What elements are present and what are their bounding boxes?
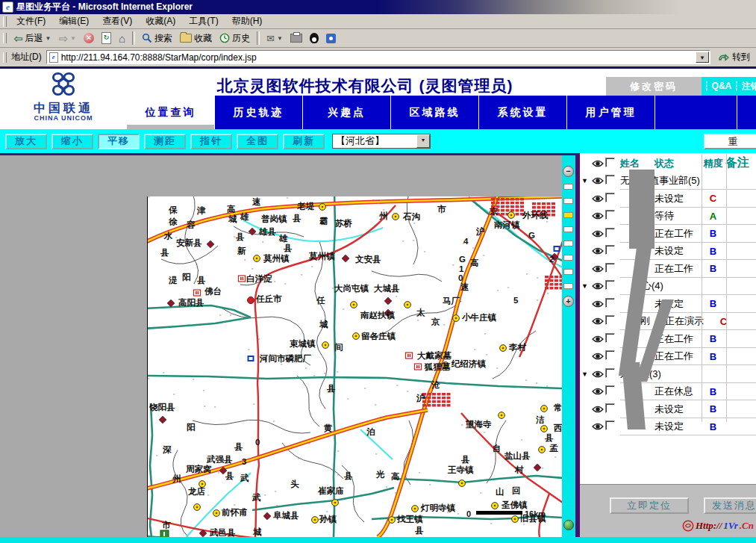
menu-item[interactable]: 编辑(E) [52, 15, 96, 28]
urban-area [428, 400, 431, 403]
map-tool-缩小[interactable]: 缩小 [51, 134, 93, 149]
row-checkbox[interactable] [605, 263, 615, 273]
visibility-eye-icon[interactable] [590, 160, 605, 167]
group-collapse-triangle[interactable]: ▼ [580, 370, 590, 378]
locate-now-button[interactable]: 立即定位 [610, 497, 689, 514]
visibility-eye-icon[interactable] [590, 353, 605, 360]
forward-dropdown-caret[interactable]: ▼ [70, 35, 76, 42]
zoom-level-square[interactable] [563, 184, 573, 190]
address-input[interactable]: e http://211.94.164.70:8888/StarMap/corp… [46, 50, 710, 64]
row-checkbox[interactable] [605, 298, 615, 308]
qq-button[interactable] [306, 32, 322, 44]
mail-button[interactable]: ✉▼ [263, 33, 287, 44]
back-button[interactable]: ⇦ 后退 ▼ [10, 31, 55, 46]
zoom-in-button[interactable]: + [563, 296, 574, 307]
map-tool-放大[interactable]: 放大 [5, 134, 47, 149]
zoom-level-square[interactable] [563, 269, 573, 275]
visibility-eye-icon[interactable] [590, 212, 605, 220]
tab-系统设置[interactable]: 系统设置 [479, 96, 567, 129]
visibility-eye-icon[interactable] [590, 423, 605, 430]
back-dropdown-caret[interactable]: ▼ [46, 35, 51, 42]
tab-用户管理[interactable]: 用户管理 [567, 96, 655, 129]
map-tool-测距[interactable]: 测距 [144, 134, 186, 149]
map-tool-刷新[interactable]: 刷新 [283, 134, 325, 149]
visibility-eye-icon[interactable] [590, 265, 605, 273]
zoom-level-square[interactable] [563, 198, 573, 204]
visibility-eye-icon[interactable] [590, 406, 605, 413]
menu-item[interactable]: 查看(V) [96, 15, 139, 28]
urban-area [432, 400, 436, 403]
visibility-eye-icon[interactable] [590, 177, 605, 184]
mail-dropdown-caret[interactable]: ▼ [277, 35, 283, 42]
search-button[interactable]: 搜索 [138, 31, 176, 46]
map-viewport[interactable]: 保徐水县容津高城雄速普岗镇县老堤霸苏桥州石沟市京外环线南河镇雄县安新县县新雄县莫… [0, 153, 562, 537]
row-checkbox[interactable] [605, 210, 615, 220]
zoom-level-square[interactable] [563, 212, 573, 218]
visibility-eye-icon[interactable] [590, 230, 605, 238]
row-checkbox[interactable] [605, 368, 615, 378]
stop-button[interactable]: ✕ [80, 32, 98, 44]
visibility-eye-icon[interactable] [590, 195, 605, 202]
visibility-eye-icon[interactable] [590, 247, 605, 255]
group-collapse-triangle[interactable]: ▼ [580, 282, 590, 290]
forward-button[interactable]: ⇨ ▼ [55, 32, 81, 45]
toolbar-grip[interactable] [3, 16, 7, 27]
globe-icon[interactable] [563, 520, 574, 530]
change-password-button[interactable]: 修改密码 [606, 77, 702, 96]
group-collapse-triangle[interactable]: ▼ [580, 177, 590, 184]
visibility-eye-icon[interactable] [590, 388, 605, 395]
zoom-level-square[interactable] [563, 241, 573, 246]
qa-logout-links[interactable]: ┆ Q&A ┆ 注销 [702, 77, 756, 96]
partial-right-button[interactable]: 重 [704, 134, 756, 149]
visibility-eye-icon[interactable] [590, 317, 605, 325]
visibility-eye-icon[interactable] [590, 300, 605, 308]
user-status: 等待 [655, 209, 701, 223]
row-checkbox[interactable] [605, 421, 615, 430]
menu-item[interactable]: 文件(F) [10, 15, 52, 28]
user-status: 未设定 [655, 192, 701, 205]
tab-区域路线[interactable]: 区域路线 [391, 96, 479, 129]
row-checkbox[interactable] [605, 175, 615, 184]
tab-兴趣点[interactable]: 兴趣点 [303, 96, 391, 129]
county-boundary [407, 196, 418, 264]
map-tool-平移[interactable]: 平移 [98, 134, 140, 149]
messenger-button[interactable] [322, 33, 340, 44]
row-checkbox[interactable] [605, 315, 615, 325]
home-button[interactable]: ⌂ [115, 32, 129, 45]
address-dropdown-button[interactable]: ▼ [696, 52, 709, 63]
map-tool-指针[interactable]: 指针 [190, 134, 232, 149]
row-checkbox[interactable] [605, 280, 615, 290]
zoom-out-button[interactable]: − [563, 166, 574, 177]
zoom-level-square[interactable] [563, 255, 573, 261]
row-checkbox[interactable] [605, 333, 615, 343]
zoom-level-square[interactable] [563, 226, 573, 232]
print-button[interactable] [287, 33, 306, 43]
toolbar-grip[interactable] [3, 52, 7, 63]
row-checkbox[interactable] [605, 403, 615, 413]
history-button[interactable]: 历史 [216, 31, 254, 46]
row-checkbox[interactable] [605, 245, 615, 255]
row-checkbox[interactable] [605, 350, 615, 360]
map-tool-全图[interactable]: 全图 [237, 134, 278, 149]
menu-item[interactable]: 工具(T) [182, 15, 225, 28]
zoom-level-square[interactable] [563, 283, 573, 289]
row-checkbox[interactable] [605, 385, 615, 395]
region-select[interactable]: 【河北省】 ▼ [332, 134, 431, 149]
favorites-button[interactable]: 收藏 [176, 31, 216, 46]
visibility-eye-icon[interactable] [590, 282, 605, 290]
menu-item[interactable]: 收藏(A) [139, 15, 182, 28]
row-checkbox[interactable] [605, 193, 615, 202]
region-dropdown-button[interactable]: ▼ [416, 134, 430, 148]
visibility-eye-icon[interactable] [590, 370, 605, 378]
row-checkbox[interactable] [605, 158, 615, 167]
menu-item[interactable]: 帮助(H) [225, 15, 269, 28]
refresh-button[interactable]: ↻ [98, 31, 115, 45]
tab-历史轨迹[interactable]: 历史轨迹 [215, 96, 303, 129]
row-checkbox[interactable] [605, 228, 615, 238]
go-button[interactable]: 转到 [710, 51, 756, 63]
toolbar-grip[interactable] [3, 33, 7, 43]
map-image[interactable]: 保徐水县容津高城雄速普岗镇县老堤霸苏桥州石沟市京外环线南河镇雄县安新县县新雄县莫… [147, 196, 562, 537]
tab-位置查询[interactable]: 位置查询 [127, 96, 215, 129]
send-message-button[interactable]: 发送消息 [704, 497, 756, 514]
visibility-eye-icon[interactable] [590, 335, 605, 343]
